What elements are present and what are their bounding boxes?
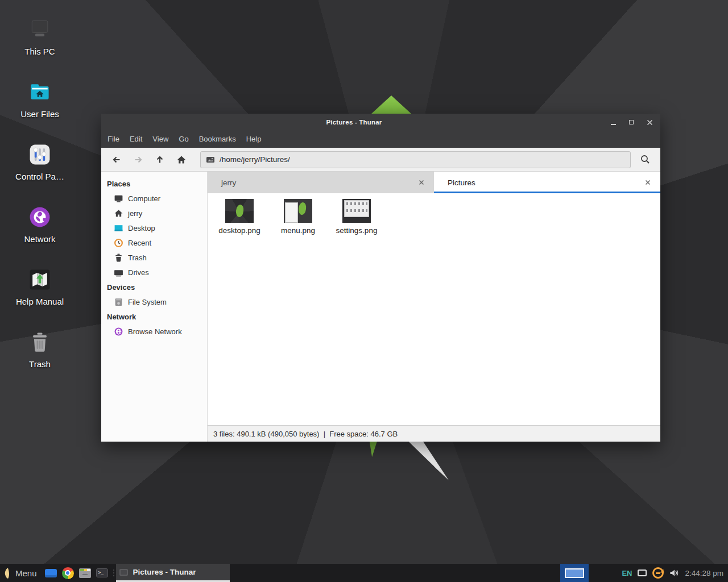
tab-label: jerry (221, 178, 416, 187)
tab-close-button[interactable] (642, 177, 653, 188)
menu-go[interactable]: Go (173, 131, 193, 148)
main-pane: jerry Pictures desktop.png (208, 172, 660, 442)
desktop-icon-this-pc[interactable]: This PC (0, 14, 80, 76)
volume-icon[interactable] (669, 568, 679, 577)
file-thumbnail (225, 199, 254, 223)
file-settings-png[interactable]: settings.png (328, 199, 385, 235)
mint-logo-tip (371, 95, 412, 114)
workspace-window-preview (565, 568, 584, 578)
file-desktop-png[interactable]: desktop.png (211, 199, 268, 235)
sidebar-item-computer[interactable]: Computer (101, 191, 207, 206)
workspace-switcher[interactable] (560, 564, 589, 582)
home-button[interactable] (173, 151, 190, 168)
sidebar-item-trash[interactable]: Trash (101, 250, 207, 265)
tab-jerry[interactable]: jerry (208, 172, 434, 193)
back-icon (111, 155, 122, 165)
menu-file[interactable]: File (102, 131, 125, 148)
file-thumbnail (284, 199, 312, 223)
sidebar-item-browse-network[interactable]: Browse Network (101, 324, 207, 339)
network-globe-icon (114, 327, 123, 336)
up-icon (155, 155, 165, 165)
home-folder-icon (26, 78, 53, 106)
sidebar-item-label: Computer (128, 194, 160, 203)
desktop-icon-label: Network (24, 234, 55, 244)
menu-view[interactable]: View (147, 131, 173, 148)
sidebar-item-label: Recent (128, 239, 151, 247)
taskbar-window-button[interactable]: Pictures - Thunar (116, 564, 230, 582)
home-icon (114, 209, 123, 218)
home-icon (176, 155, 187, 165)
sidebar-item-recent[interactable]: Recent (101, 235, 207, 250)
file-view[interactable]: desktop.png menu.png settings.png (208, 193, 660, 425)
menu-button[interactable]: Menu (0, 564, 42, 582)
quick-launchers (42, 564, 111, 582)
show-desktop-icon[interactable] (45, 569, 57, 577)
desktop-icon-label: User Files (20, 109, 59, 119)
up-button[interactable] (151, 151, 168, 168)
control-panel-icon (26, 141, 53, 168)
help-manual-icon (26, 266, 53, 293)
trash-icon (26, 329, 53, 356)
taskbar-clock[interactable]: 2:44:28 pm (685, 569, 723, 577)
tab-close-button[interactable] (416, 177, 427, 188)
maximize-button[interactable] (626, 117, 636, 127)
sidebar-item-desktop[interactable]: Desktop (101, 221, 207, 235)
desktop-icon-help-manual[interactable]: Help Manual (0, 264, 80, 326)
update-manager-icon[interactable] (652, 567, 664, 579)
sidebar-item-label: jerry (128, 209, 142, 218)
network-globe-icon (26, 203, 53, 231)
close-icon (419, 180, 424, 185)
pathbar[interactable]: /home/jerry/Pictures/ (200, 151, 631, 168)
desktop-icon-trash[interactable]: Trash (0, 326, 80, 389)
mint-logo-sliver (367, 441, 378, 457)
menu-help[interactable]: Help (241, 131, 267, 148)
sidebar-item-label: Desktop (128, 224, 155, 232)
computer-icon (26, 16, 53, 43)
mint-menu-icon (3, 567, 11, 579)
file-manager-icon[interactable] (79, 568, 91, 578)
search-button[interactable] (636, 151, 653, 168)
back-button[interactable] (108, 151, 125, 168)
sidebar-item-label: Drives (128, 268, 149, 277)
forward-button[interactable] (130, 151, 147, 168)
sidebar-item-label: File System (128, 298, 167, 306)
display-tray-icon[interactable] (638, 569, 647, 576)
file-name: settings.png (336, 226, 378, 235)
menu-bookmarks[interactable]: Bookmarks (194, 131, 241, 148)
menubar: File Edit View Go Bookmarks Help (101, 131, 660, 148)
desktop-icon-control-panel[interactable]: Control Pa… (0, 139, 80, 201)
file-name: desktop.png (218, 226, 260, 235)
search-icon (640, 154, 651, 165)
desktop-icon-label: This PC (24, 47, 55, 56)
minimize-button[interactable] (608, 117, 618, 127)
system-tray: EN 2:44:28 pm (560, 564, 728, 582)
chrome-icon[interactable] (62, 567, 74, 579)
keyboard-layout-indicator[interactable]: EN (622, 569, 632, 577)
sidebar-item-label: Trash (128, 253, 147, 262)
terminal-icon[interactable] (96, 568, 108, 577)
toolbar: /home/jerry/Pictures/ (101, 148, 660, 172)
image-file-icon (206, 155, 215, 164)
tab-bar: jerry Pictures (208, 172, 660, 193)
maximize-icon (629, 120, 634, 124)
menu-edit[interactable]: Edit (125, 131, 147, 148)
sidebar-item-home[interactable]: jerry (101, 206, 207, 221)
sidebar-item-file-system[interactable]: File System (101, 294, 207, 309)
tab-pictures[interactable]: Pictures (434, 172, 660, 193)
desktop-icon-label: Trash (29, 359, 51, 369)
desktop-icon-network[interactable]: Network (0, 201, 80, 264)
close-button[interactable] (644, 117, 655, 127)
desktop-icon-label: Help Manual (16, 297, 64, 306)
close-icon (647, 119, 653, 126)
tasklist-drag-handle[interactable] (111, 564, 116, 582)
sidebar-item-drives[interactable]: Drives (101, 265, 207, 280)
network-header: Network (101, 309, 207, 324)
desktop-icon-label: Control Pa… (15, 172, 64, 181)
close-icon (645, 180, 651, 185)
desktop-icon (114, 223, 123, 233)
tab-label: Pictures (448, 178, 642, 187)
computer-icon (114, 194, 123, 203)
file-menu-png[interactable]: menu.png (270, 199, 326, 235)
titlebar[interactable]: Pictures - Thunar (101, 114, 660, 131)
desktop-icon-user-files[interactable]: User Files (0, 76, 80, 139)
